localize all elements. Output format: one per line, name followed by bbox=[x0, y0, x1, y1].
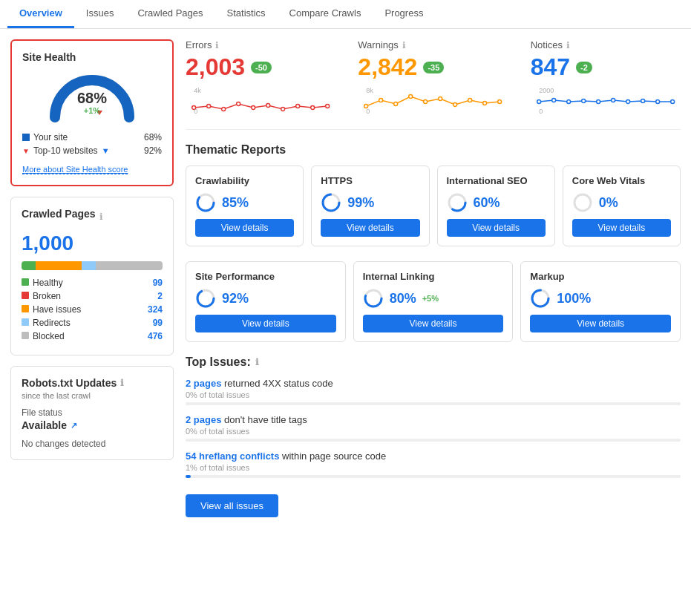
errors-chart: 4k 0 bbox=[186, 85, 335, 115]
errors-count-row: 2,003 -50 bbox=[186, 53, 335, 81]
tab-crawled-pages[interactable]: Crawled Pages bbox=[125, 0, 214, 28]
issue-3-bar-fill bbox=[186, 475, 191, 478]
intl-seo-circle bbox=[447, 192, 468, 213]
issue-3-sub: 1% of total issues bbox=[186, 463, 681, 472]
site-health-link[interactable]: More about Site Health score bbox=[22, 165, 128, 174]
warnings-count-row: 2,842 -35 bbox=[358, 53, 508, 81]
warnings-label: Warnings ℹ bbox=[358, 39, 508, 50]
crawled-pages-info-icon[interactable]: ℹ bbox=[99, 212, 103, 222]
main-content: Site Health 68% +1% bbox=[0, 29, 691, 528]
robots-status-label: File status bbox=[22, 407, 163, 418]
report-intl-seo: International SEO 60% View details bbox=[437, 166, 555, 246]
crawled-pages-title-row: Crawled Pages ℹ bbox=[22, 208, 163, 226]
top10-dropdown-icon[interactable]: ▼ bbox=[102, 146, 110, 155]
right-panel: Errors ℹ 2,003 -50 bbox=[186, 39, 681, 517]
intl-seo-view-details-btn[interactable]: View details bbox=[447, 219, 546, 237]
dot-have-issues bbox=[22, 305, 29, 312]
svg-text:0: 0 bbox=[539, 108, 543, 115]
gauge-delta: +1% bbox=[48, 106, 137, 115]
issue-2-suffix: don't have title tags bbox=[221, 414, 307, 425]
dot-blocked bbox=[22, 332, 29, 339]
cwv-view-details-btn[interactable]: View details bbox=[572, 219, 671, 237]
tab-statistics[interactable]: Statistics bbox=[215, 0, 278, 28]
svg-point-6 bbox=[266, 104, 270, 108]
label-healthy: Healthy bbox=[33, 278, 63, 288]
pb-have-issues bbox=[36, 261, 82, 270]
top10-arrow-icon: ▼ bbox=[22, 147, 30, 155]
tab-issues[interactable]: Issues bbox=[74, 0, 126, 28]
warnings-chart: 8k 0 bbox=[358, 85, 508, 115]
int-link-view-details-btn[interactable]: View details bbox=[363, 315, 504, 332]
robots-no-changes: No changes detected bbox=[22, 439, 163, 449]
warnings-count: 2,842 bbox=[358, 53, 417, 81]
report-https-percent-row: 99% bbox=[321, 192, 419, 213]
legend-row-top10: ▼ Top-10 websites ▼ 92% bbox=[22, 145, 162, 156]
crawled-legend: Healthy 99 Broken 2 Have issues 324 Redi… bbox=[22, 278, 163, 341]
errors-label: Errors ℹ bbox=[186, 39, 335, 50]
issue-3-suffix: within page source code bbox=[279, 450, 386, 462]
tab-compare-crawls[interactable]: Compare Crawls bbox=[278, 0, 373, 28]
markup-view-details-btn[interactable]: View details bbox=[530, 315, 671, 332]
svg-point-31 bbox=[626, 100, 629, 104]
issue-item-3: 54 hreflang conflicts within page source… bbox=[186, 450, 681, 478]
robots-info-icon[interactable]: ℹ bbox=[120, 378, 124, 388]
site-health-card: Site Health 68% +1% bbox=[10, 39, 174, 186]
dot-broken bbox=[22, 292, 29, 299]
legend-blocked: Blocked 476 bbox=[22, 331, 163, 341]
svg-point-30 bbox=[611, 99, 615, 102]
reports-grid-row1: Crawlability 85% View details HTTPS bbox=[186, 166, 681, 246]
top10-label: Top-10 websites bbox=[33, 145, 98, 156]
label-broken: Broken bbox=[33, 291, 61, 301]
robots-ext-link-icon[interactable]: ↗ bbox=[71, 421, 77, 430]
svg-point-7 bbox=[281, 108, 285, 111]
errors-info-icon[interactable]: ℹ bbox=[215, 40, 219, 50]
svg-point-34 bbox=[670, 100, 674, 104]
intl-seo-percent: 60% bbox=[474, 195, 500, 211]
issue-2-link[interactable]: 2 pages bbox=[186, 414, 221, 425]
issue-3-link[interactable]: 54 hreflang conflicts bbox=[186, 450, 279, 462]
int-link-circle bbox=[363, 288, 384, 309]
label-have-issues: Have issues bbox=[33, 304, 81, 315]
svg-point-21 bbox=[483, 102, 487, 105]
site-perf-view-details-btn[interactable]: View details bbox=[195, 315, 336, 332]
svg-point-28 bbox=[581, 99, 585, 103]
top10-val: 92% bbox=[144, 145, 162, 156]
count-blocked: 476 bbox=[148, 331, 163, 341]
issue-2-sub: 0% of total issues bbox=[186, 427, 681, 436]
svg-point-32 bbox=[641, 99, 644, 103]
view-all-issues-btn[interactable]: View all issues bbox=[186, 494, 278, 517]
pb-healthy bbox=[22, 261, 36, 270]
notices-count: 847 bbox=[531, 53, 570, 81]
report-markup: Markup 100% View details bbox=[520, 261, 681, 342]
tab-overview[interactable]: Overview bbox=[7, 0, 74, 28]
svg-point-33 bbox=[655, 100, 659, 104]
report-site-perf-percent-row: 92% bbox=[195, 288, 336, 309]
issue-3-text: 54 hreflang conflicts within page source… bbox=[186, 450, 681, 462]
issue-1-link[interactable]: 2 pages bbox=[186, 378, 221, 389]
yoursite-val: 68% bbox=[144, 132, 162, 142]
notices-info-icon[interactable]: ℹ bbox=[566, 40, 570, 50]
svg-text:0: 0 bbox=[366, 108, 370, 115]
report-internal-linking: Internal Linking 80% +5% View details bbox=[353, 261, 514, 342]
warnings-info-icon[interactable]: ℹ bbox=[402, 40, 406, 50]
svg-point-43 bbox=[574, 194, 591, 211]
thematic-reports-title: Thematic Reports bbox=[186, 143, 681, 157]
svg-point-8 bbox=[296, 105, 300, 108]
yoursite-dot bbox=[22, 134, 30, 141]
svg-point-5 bbox=[252, 106, 255, 110]
top-issues-info-icon[interactable]: ℹ bbox=[255, 357, 259, 367]
left-panel: Site Health 68% +1% bbox=[10, 39, 174, 517]
report-site-performance: Site Performance 92% View details bbox=[186, 261, 346, 342]
svg-point-2 bbox=[207, 105, 211, 108]
svg-point-27 bbox=[566, 100, 570, 104]
report-cwv-name: Core Web Vitals bbox=[572, 175, 671, 186]
count-healthy: 99 bbox=[153, 278, 163, 288]
report-crawlability-name: Crawlability bbox=[195, 175, 294, 186]
crawlability-view-details-btn[interactable]: View details bbox=[195, 219, 294, 237]
gauge-percent: 68% bbox=[48, 90, 137, 107]
svg-text:0: 0 bbox=[194, 108, 197, 115]
pb-redirects bbox=[82, 261, 96, 270]
https-view-details-btn[interactable]: View details bbox=[321, 219, 419, 237]
tab-progress[interactable]: Progress bbox=[373, 0, 435, 28]
legend-healthy: Healthy 99 bbox=[22, 278, 163, 288]
